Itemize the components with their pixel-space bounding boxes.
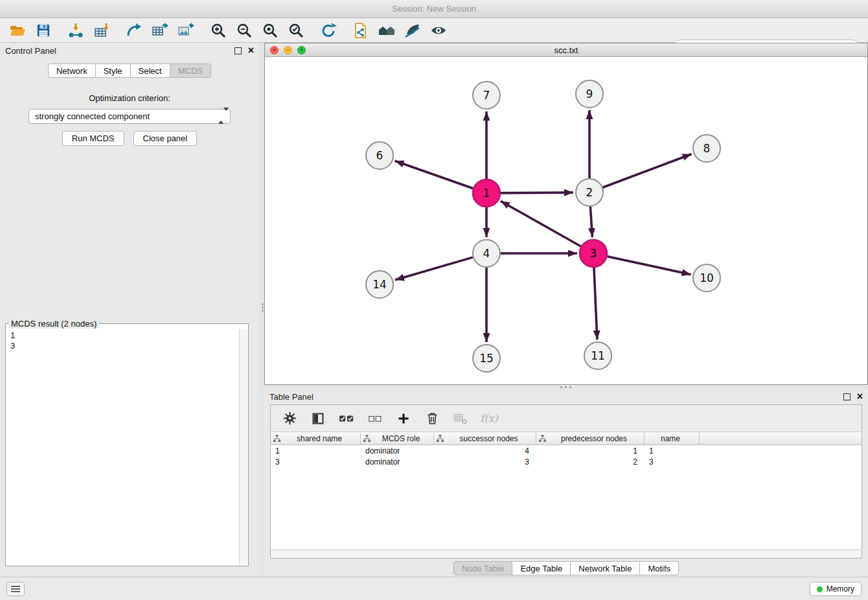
cell-mcds-role[interactable]: dominator: [361, 445, 434, 456]
float-panel-icon[interactable]: [234, 47, 242, 54]
cell-shared-name[interactable]: 1: [271, 445, 361, 456]
node-label-10: 10: [700, 271, 714, 284]
node-8[interactable]: 8: [693, 135, 720, 162]
window-close-button[interactable]: ×: [270, 46, 279, 54]
tab-node-table[interactable]: Node Table: [453, 561, 513, 575]
export-image-button[interactable]: [175, 21, 197, 40]
apply-style-button[interactable]: [402, 21, 424, 40]
node-10[interactable]: 10: [693, 264, 720, 292]
edge-3-1[interactable]: [501, 201, 581, 246]
column-header-successor-nodes[interactable]: successor nodes: [434, 432, 536, 444]
show-columns-button[interactable]: [308, 409, 328, 428]
tab-style[interactable]: Style: [96, 63, 131, 78]
zoom-selected-icon: [288, 22, 304, 39]
zoom-in-button[interactable]: [207, 21, 229, 40]
network-graph-canvas[interactable]: 7968124314101511: [265, 57, 867, 384]
delete-column-button[interactable]: [422, 409, 442, 428]
cell-name[interactable]: 3: [645, 456, 700, 467]
close-panel-icon[interactable]: ×: [248, 45, 254, 56]
optimization-criterion-select[interactable]: strongly connected component: [29, 109, 231, 124]
apply-layout-button[interactable]: [317, 21, 339, 40]
result-scrollbar[interactable]: [239, 329, 247, 565]
network-from-selection-button[interactable]: [350, 21, 372, 40]
edge-4-14[interactable]: [395, 257, 473, 280]
column-header-name[interactable]: name: [645, 432, 700, 444]
node-label-11: 11: [591, 349, 605, 362]
node-15[interactable]: 15: [473, 345, 500, 372]
float-panel-icon[interactable]: [843, 393, 851, 400]
tab-edge-table[interactable]: Edge Table: [512, 561, 571, 575]
attribute-icon: [538, 434, 547, 443]
window-zoom-button[interactable]: +: [297, 46, 306, 54]
table-row[interactable]: 1 dominator 4 1 1: [271, 445, 862, 456]
edge-1-2[interactable]: [501, 192, 573, 193]
mcds-result-box[interactable]: MCDS result (2 nodes) 1 3: [5, 319, 249, 566]
node-6[interactable]: 6: [366, 142, 393, 169]
zoom-fit-icon: [262, 22, 279, 39]
node-11[interactable]: 11: [584, 342, 611, 369]
table-hscrollbar[interactable]: [271, 549, 862, 558]
cell-predecessor-nodes[interactable]: 1: [536, 445, 645, 456]
column-header-mcds-role[interactable]: MCDS role: [361, 432, 434, 444]
table-row[interactable]: 3 dominator 3 2 3: [271, 456, 862, 467]
node-14[interactable]: 14: [366, 271, 393, 298]
export-table-button[interactable]: [149, 21, 171, 40]
network-overview-button[interactable]: [376, 21, 398, 40]
node-1[interactable]: 1: [473, 179, 500, 207]
cell-predecessor-nodes[interactable]: 2: [536, 456, 645, 467]
close-panel-icon[interactable]: ×: [857, 391, 863, 402]
node-9[interactable]: 9: [576, 80, 603, 108]
tab-select[interactable]: Select: [131, 63, 170, 78]
tab-network-table[interactable]: Network Table: [571, 561, 640, 575]
node-4[interactable]: 4: [473, 240, 500, 267]
node-3[interactable]: 3: [580, 240, 607, 267]
cell-mcds-role[interactable]: dominator: [361, 456, 434, 467]
deselect-all-button[interactable]: [365, 409, 385, 428]
import-network-button[interactable]: [65, 21, 87, 40]
edge-3-11[interactable]: [594, 268, 597, 340]
memory-button[interactable]: Memory: [810, 582, 862, 596]
edge-2-3[interactable]: [590, 207, 592, 237]
select-all-button[interactable]: [337, 409, 356, 428]
control-panel-title: Control Panel: [5, 46, 56, 56]
columns-icon: [312, 412, 325, 425]
cell-successor-nodes[interactable]: 4: [434, 445, 536, 456]
column-header-predecessor-nodes[interactable]: predecessor nodes: [536, 432, 645, 444]
node-label-8: 8: [703, 142, 711, 155]
cell-successor-nodes[interactable]: 3: [434, 456, 536, 467]
tab-mcds[interactable]: MCDS: [170, 63, 211, 78]
status-bar: Memory: [0, 577, 868, 600]
optimization-criterion-label: Optimization criterion:: [0, 93, 259, 103]
vertical-splitter[interactable]: [259, 43, 264, 577]
node-2[interactable]: 2: [576, 179, 603, 206]
zoom-selected-button[interactable]: [285, 21, 307, 40]
save-session-button[interactable]: [32, 21, 54, 40]
add-column-button[interactable]: [394, 409, 413, 428]
edge-1-6[interactable]: [395, 161, 474, 188]
run-mcds-button[interactable]: Run MCDS: [62, 131, 124, 146]
cell-shared-name[interactable]: 3: [271, 456, 361, 467]
network-window-titlebar: × − + scc.txt: [265, 43, 867, 57]
edge-3-10[interactable]: [607, 257, 691, 275]
export-network-button[interactable]: [123, 21, 145, 40]
show-hide-button[interactable]: [428, 21, 450, 40]
node-7[interactable]: 7: [473, 82, 500, 109]
zoom-out-button[interactable]: [233, 21, 255, 40]
delete-table-button-disabled[interactable]: [451, 409, 470, 428]
table-settings-button[interactable]: [280, 409, 299, 428]
edge-2-8[interactable]: [603, 154, 692, 187]
tab-network[interactable]: Network: [48, 63, 96, 78]
column-header-shared-name[interactable]: shared name: [271, 432, 361, 444]
function-builder-button-disabled[interactable]: f(x): [479, 409, 499, 428]
memory-status-icon: [817, 586, 823, 592]
import-table-button[interactable]: [91, 21, 113, 40]
close-panel-button[interactable]: Close panel: [133, 131, 198, 146]
window-minimize-button[interactable]: −: [284, 46, 292, 54]
table-panel-header: Table Panel ×: [264, 389, 868, 404]
show-panel-list-button[interactable]: [6, 582, 25, 596]
cell-name[interactable]: 1: [645, 445, 700, 456]
trash-icon: [426, 411, 439, 425]
open-file-button[interactable]: [6, 21, 29, 40]
zoom-fit-button[interactable]: [259, 21, 281, 40]
tab-motifs[interactable]: Motifs: [640, 561, 679, 575]
